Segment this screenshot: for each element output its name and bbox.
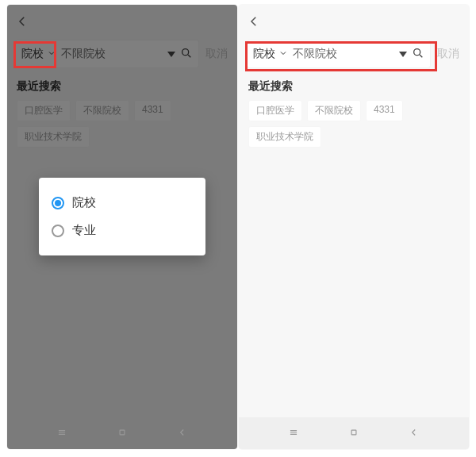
search-row: 院校 不限院校 取消: [239, 40, 469, 75]
recent-title: 最近搜索: [239, 75, 469, 100]
nav-home-icon[interactable]: [348, 427, 359, 440]
chevron-down-icon: [278, 48, 288, 60]
topbar: [239, 5, 469, 40]
nav-back-icon[interactable]: [177, 427, 188, 440]
cancel-button[interactable]: 取消: [436, 47, 461, 61]
svg-line-7: [420, 55, 422, 57]
system-navbar: [239, 417, 469, 449]
category-label: 院校: [253, 47, 275, 61]
radio-icon: [52, 197, 64, 209]
comparison-stage: 院校 不限院校 取消 最近搜索 口腔医学不限院校4331职业技术学院: [0, 0, 476, 457]
search-box[interactable]: 院校 不限院校: [247, 40, 431, 68]
search-icon[interactable]: [412, 47, 424, 62]
nav-recents-icon[interactable]: [56, 427, 67, 440]
phone-left: 院校 不限院校 取消 最近搜索 口腔医学不限院校4331职业技术学院: [7, 5, 237, 449]
search-input[interactable]: 不限院校: [293, 47, 394, 61]
svg-point-6: [414, 48, 420, 55]
recent-chip[interactable]: 职业技术学院: [248, 126, 321, 148]
phone-right: 院校 不限院校 取消 最近搜索 口腔医学不限院校4331职业技术学院: [239, 5, 469, 449]
phone-pair: 院校 不限院校 取消 最近搜索 口腔医学不限院校4331职业技术学院: [7, 0, 469, 449]
radio-label: 专业: [72, 223, 96, 238]
svg-rect-11: [351, 430, 356, 435]
dropdown-caret-icon[interactable]: [399, 52, 407, 57]
nav-back-icon[interactable]: [409, 427, 420, 440]
svg-rect-5: [120, 430, 125, 435]
recent-chip[interactable]: 不限院校: [307, 100, 361, 121]
category-picker[interactable]: 院校: [253, 47, 288, 61]
radio-icon: [52, 225, 64, 237]
radio-option[interactable]: 专业: [52, 217, 193, 244]
recent-chips-right: 口腔医学不限院校4331职业技术学院: [239, 100, 469, 148]
recent-chip[interactable]: 口腔医学: [248, 100, 302, 121]
recent-chip[interactable]: 4331: [366, 100, 403, 121]
nav-home-icon[interactable]: [117, 427, 128, 440]
radio-label: 院校: [72, 195, 96, 210]
back-icon[interactable]: [247, 14, 261, 31]
radio-option[interactable]: 院校: [52, 189, 193, 217]
nav-recents-icon[interactable]: [288, 427, 299, 440]
system-navbar: [7, 417, 237, 449]
category-popup: 院校专业: [39, 178, 205, 255]
